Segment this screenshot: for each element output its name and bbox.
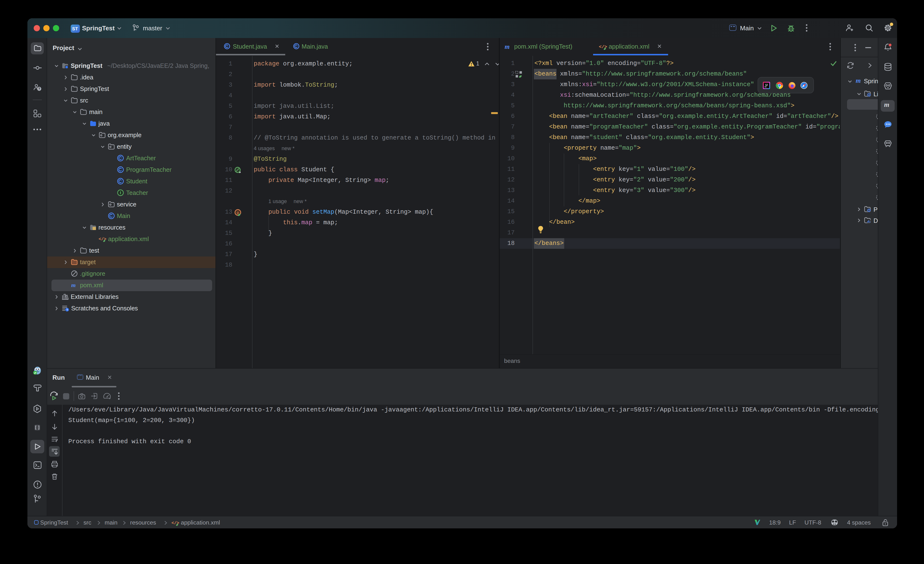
svg-text:IJ: IJ: [765, 83, 767, 86]
svg-text:</>: </>: [171, 521, 179, 525]
svg-text:m: m: [71, 282, 76, 288]
svg-text:</>: </>: [599, 44, 607, 49]
svg-text:?: ?: [38, 87, 40, 90]
svg-text:m: m: [505, 43, 510, 50]
